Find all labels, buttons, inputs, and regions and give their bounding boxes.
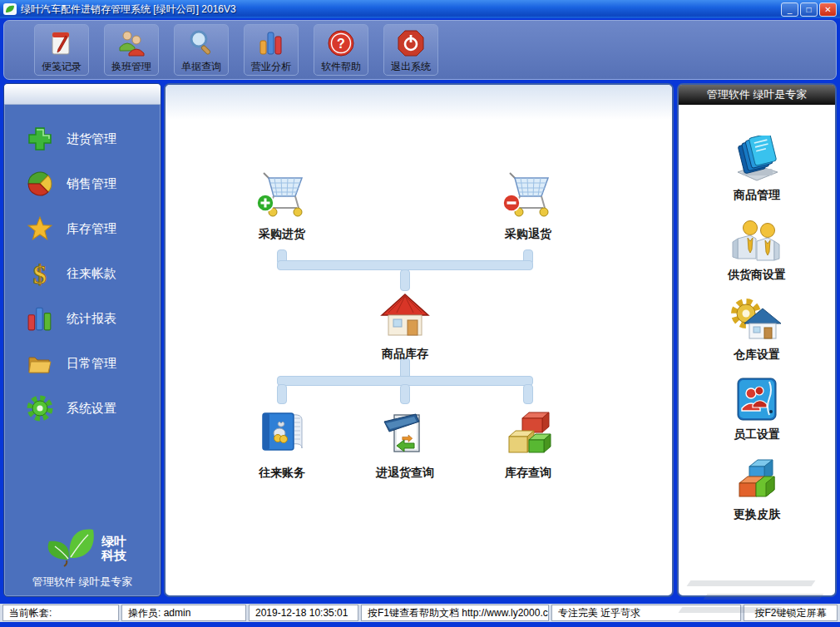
close-button[interactable]: ✕: [819, 2, 837, 17]
toolbar-button-label: 软件帮助: [321, 60, 361, 74]
right-item-goods[interactable]: 商品管理: [679, 135, 835, 203]
flow-node-stock-query[interactable]: 库存查询: [482, 405, 574, 481]
cart-minus-icon: [482, 166, 574, 220]
toolbar-button-label: 便笺记录: [42, 60, 82, 74]
shift-staff-icon: [116, 27, 146, 59]
goods-cards-icon: [679, 135, 835, 185]
toolbar-button-label: 退出系统: [391, 60, 431, 74]
warehouse-gear-icon: [679, 294, 835, 344]
sidebar-item-purchase[interactable]: 进货管理: [4, 116, 161, 161]
sidebar-item-label: 系统设置: [67, 401, 116, 417]
bar-chart-icon: [26, 304, 54, 333]
toolbar-button-label: 单据查询: [181, 60, 221, 74]
connector: [400, 384, 410, 404]
stacked-boxes-icon: [482, 405, 574, 458]
status-slogan: 专注完美 近乎苛求: [551, 605, 741, 621]
right-item-warehouse[interactable]: 仓库设置: [679, 294, 835, 363]
flow-node-label: 往来账务: [236, 466, 328, 481]
right-item-employee[interactable]: 员工设置: [679, 374, 835, 442]
toolbar: 便笺记录 换班管理 单据查询: [3, 20, 837, 80]
brand-name: 绿叶 科技: [101, 534, 126, 562]
right-item-label: 仓库设置: [679, 348, 835, 363]
status-operator: 操作员: admin: [121, 605, 246, 621]
exit-power-icon: [397, 27, 425, 59]
toolbar-button-label: 营业分析: [251, 60, 291, 74]
flow-node-accounts[interactable]: 往来账务: [236, 405, 328, 481]
toolbar-button-query[interactable]: 单据查询: [174, 24, 229, 76]
toolbar-button-shift[interactable]: 换班管理: [104, 24, 159, 76]
right-item-label: 员工设置: [679, 427, 835, 442]
status-current-account: 当前帐套:: [2, 605, 119, 621]
toolbar-button-label: 换班管理: [111, 60, 151, 74]
svg-text:?: ?: [337, 37, 345, 51]
statusbar: 当前帐套: 操作员: admin 2019-12-18 10:35:01 按F1…: [0, 604, 840, 622]
sidebar-item-settings[interactable]: 系统设置: [4, 386, 161, 431]
cart-plus-icon: [236, 166, 328, 220]
sidebar-item-label: 销售管理: [67, 176, 116, 192]
notepad-icon: [47, 27, 76, 59]
sidebar-item-label: 进货管理: [67, 131, 116, 147]
brand-block: 绿叶 科技 管理软件 绿叶是专家: [4, 525, 161, 590]
right-item-skin[interactable]: 更换皮肤: [679, 454, 835, 522]
window-title: 绿叶汽车配件进销存管理系统 [绿叶公司] 2016V3: [21, 2, 236, 17]
right-item-label: 供货商设置: [679, 268, 835, 283]
pie-chart-icon: [26, 170, 54, 198]
sidebar-item-daily[interactable]: 日常管理: [4, 341, 161, 386]
account-book-icon: [236, 405, 328, 458]
status-datetime: 2019-12-18 10:35:01: [249, 605, 358, 621]
toolbar-button-help[interactable]: ? 软件帮助: [314, 24, 368, 76]
right-sidebar: 管理软件 绿叶是专家 商品管理: [677, 83, 837, 597]
flow-node-inout-query[interactable]: 进退货查询: [359, 405, 451, 481]
supplier-people-icon: [679, 215, 835, 264]
right-item-label: 更换皮肤: [679, 507, 835, 522]
sidebar-item-label: 日常管理: [67, 356, 116, 372]
flow-node-label: 进退货查询: [359, 466, 451, 481]
toolbar-button-exit[interactable]: 退出系统: [383, 24, 438, 76]
left-sidebar-cap: [4, 84, 161, 105]
app-leaf-icon: [3, 3, 17, 15]
sidebar-item-inventory[interactable]: 库存管理: [4, 206, 161, 251]
flow-node-label: 库存查询: [482, 466, 574, 481]
help-icon: ?: [327, 27, 355, 59]
right-item-label: 商品管理: [679, 188, 835, 203]
maximize-button[interactable]: □: [800, 2, 818, 17]
leaf-logo-icon: [38, 525, 98, 571]
toolbar-button-analysis[interactable]: 营业分析: [244, 24, 299, 76]
dollar-icon: $: [26, 259, 54, 288]
sidebar-item-sales[interactable]: 销售管理: [4, 161, 161, 206]
connector: [523, 384, 533, 404]
analysis-chart-icon: [257, 27, 285, 59]
house-icon: [359, 286, 451, 339]
sidebar-item-label: 统计报表: [67, 311, 116, 327]
sidebar-item-label: 库存管理: [67, 221, 116, 237]
main-panel-gradient: [166, 85, 672, 120]
flow-node-purchase-return[interactable]: 采购退货: [482, 166, 574, 242]
status-lock-hint: 按F2键锁定屏幕: [744, 605, 838, 621]
toolbar-button-notes[interactable]: 便笺记录: [34, 24, 89, 76]
left-sidebar: 进货管理 销售管理 库存管理 $: [3, 83, 161, 597]
skin-blocks-icon: [679, 454, 835, 504]
green-plus-icon: [26, 125, 54, 153]
flow-node-label: 采购退货: [482, 227, 574, 242]
brand-slogan: 管理软件 绿叶是专家: [4, 575, 161, 590]
star-icon: [26, 215, 54, 243]
minimize-button[interactable]: _: [781, 2, 798, 17]
right-sidebar-header: 管理软件 绿叶是专家: [679, 85, 835, 105]
gear-icon: [26, 394, 54, 422]
flow-node-purchase-in[interactable]: 采购进货: [236, 166, 328, 242]
search-icon: [187, 27, 215, 59]
svg-text:$: $: [33, 260, 47, 287]
flow-node-stock[interactable]: 商品库存: [359, 286, 451, 362]
sidebar-item-label: 往来帐款: [67, 266, 116, 282]
sidebar-item-reports[interactable]: 统计报表: [4, 296, 161, 341]
flow-node-label: 商品库存: [359, 347, 451, 362]
connector: [277, 384, 287, 404]
folder-icon: [26, 349, 54, 378]
main-panel: 采购进货 采购退货: [164, 83, 674, 597]
right-item-supplier[interactable]: 供货商设置: [679, 215, 835, 283]
flow-node-label: 采购进货: [236, 227, 328, 242]
sidebar-item-accounts[interactable]: $ 往来帐款: [4, 251, 161, 296]
titlebar: 绿叶汽车配件进销存管理系统 [绿叶公司] 2016V3 _ □ ✕: [0, 0, 840, 18]
inout-doc-icon: [359, 405, 451, 458]
status-help-hint: 按F1键查看帮助文档 http://www.ly2000.cn/: [361, 605, 549, 621]
